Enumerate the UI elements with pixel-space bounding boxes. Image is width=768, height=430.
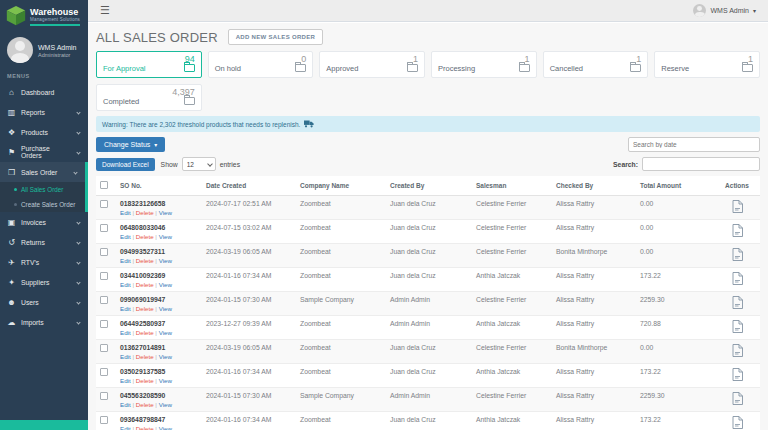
edit-link[interactable]: Edit	[120, 257, 131, 264]
edit-link[interactable]: Edit	[120, 233, 131, 240]
row-checkbox[interactable]	[100, 248, 108, 256]
edit-link[interactable]: Edit	[120, 305, 131, 312]
view-link[interactable]: View	[159, 425, 172, 430]
delete-link[interactable]: Delete	[136, 329, 154, 336]
salesman-cell: Celestine Ferrier	[472, 196, 552, 220]
col-salesman[interactable]: Salesman	[472, 176, 552, 196]
status-card-cancelled[interactable]: 1 Cancelled	[543, 51, 649, 78]
edit-link[interactable]: Edit	[120, 377, 131, 384]
sidebar-subitem-all-sales-order[interactable]: All Sales Order	[0, 182, 85, 197]
sidebar-item-users[interactable]: ☻ Users	[0, 292, 88, 312]
row-checkbox[interactable]	[100, 272, 108, 280]
chevron-down-icon	[76, 130, 80, 134]
pdf-file-icon[interactable]	[732, 368, 743, 382]
row-checkbox[interactable]	[100, 200, 108, 208]
edit-link[interactable]: Edit	[120, 329, 131, 336]
view-link[interactable]: View	[159, 353, 172, 360]
delete-link[interactable]: Delete	[136, 353, 154, 360]
row-checkbox[interactable]	[100, 344, 108, 352]
status-card-label: Reserve	[661, 64, 689, 73]
row-checkbox[interactable]	[100, 296, 108, 304]
sidebar-item-purchase-orders[interactable]: ⚑ Purchase Orders	[0, 142, 88, 162]
row-checkbox[interactable]	[100, 320, 108, 328]
status-card-reserve[interactable]: 1 Reserve	[654, 51, 760, 78]
chevron-down-icon	[76, 300, 80, 304]
delete-link[interactable]: Delete	[136, 425, 154, 430]
created-by-cell: Juan dela Cruz	[386, 220, 472, 244]
row-checkbox[interactable]	[100, 368, 108, 376]
delete-link[interactable]: Delete	[136, 305, 154, 312]
sidebar-item-suppliers[interactable]: ✦ Suppliers	[0, 272, 88, 292]
menu-toggle-icon[interactable]: ☰	[100, 5, 110, 16]
salesman-cell: Celestine Ferrier	[472, 292, 552, 316]
row-checkbox[interactable]	[100, 224, 108, 232]
sidebar-item-sales-order[interactable]: ❒ Sales Order	[0, 162, 85, 182]
edit-link[interactable]: Edit	[120, 281, 131, 288]
view-link[interactable]: View	[159, 281, 172, 288]
view-link[interactable]: View	[159, 305, 172, 312]
delete-link[interactable]: Delete	[136, 401, 154, 408]
app-logo[interactable]: Warehouse Management Solutions	[0, 0, 88, 31]
edit-link[interactable]: Edit	[120, 353, 131, 360]
salesman-cell: Celestine Ferrier	[472, 340, 552, 364]
sidebar-item-reports[interactable]: ▥ Reports	[0, 102, 88, 122]
view-link[interactable]: View	[159, 209, 172, 216]
delete-link[interactable]: Delete	[136, 257, 154, 264]
sidebar-item-invoices[interactable]: ▣ Invoices	[0, 212, 88, 232]
pdf-file-icon[interactable]	[732, 200, 743, 214]
pdf-file-icon[interactable]	[732, 272, 743, 286]
company-name-cell: Zoombeat	[296, 412, 386, 430]
view-link[interactable]: View	[159, 401, 172, 408]
view-link[interactable]: View	[159, 257, 172, 264]
salesman-cell: Celestine Ferrier	[472, 220, 552, 244]
col-checked-by[interactable]: Checked By	[552, 176, 636, 196]
col-created-by[interactable]: Created By	[386, 176, 472, 196]
delete-link[interactable]: Delete	[136, 233, 154, 240]
search-input[interactable]	[642, 157, 760, 171]
sidebar-item-returns[interactable]: ↺ Returns	[0, 232, 88, 252]
topbar-user-menu[interactable]: WMS Admin ▾	[693, 4, 756, 17]
col-total-amount[interactable]: Total Amount	[636, 176, 714, 196]
change-status-button[interactable]: Change Status ▾	[96, 137, 165, 152]
download-excel-button[interactable]: Download Excel	[96, 158, 155, 171]
view-link[interactable]: View	[159, 377, 172, 384]
col-so-no[interactable]: SO No.	[116, 176, 202, 196]
table-header-row: SO No. Date Created Company Name Created…	[96, 176, 760, 196]
sidebar-item-imports[interactable]: ☁ Imports	[0, 312, 88, 332]
add-new-sales-order-button[interactable]: ADD NEW SALES ORDER	[228, 29, 323, 45]
pdf-file-icon[interactable]	[732, 344, 743, 358]
pdf-file-icon[interactable]	[732, 392, 743, 406]
sidebar-item-products[interactable]: ❖ Products	[0, 122, 88, 142]
user-role: Administrator	[38, 52, 77, 58]
edit-link[interactable]: Edit	[120, 401, 131, 408]
table-row: 034410092369 Edit | Delete | View 2024-0…	[96, 268, 760, 292]
status-card-for-approval[interactable]: 94 For Approval	[96, 51, 202, 78]
pdf-file-icon[interactable]	[732, 224, 743, 238]
edit-link[interactable]: Edit	[120, 209, 131, 216]
status-card-approved[interactable]: 1 Approved	[319, 51, 425, 78]
pdf-file-icon[interactable]	[732, 320, 743, 334]
pdf-file-icon[interactable]	[732, 416, 743, 430]
company-name-cell: Zoombeat	[296, 244, 386, 268]
search-by-date-input[interactable]	[628, 137, 760, 152]
status-card-completed[interactable]: 4,397 Completed	[96, 84, 202, 111]
col-company-name[interactable]: Company Name	[296, 176, 386, 196]
pdf-file-icon[interactable]	[732, 248, 743, 262]
col-date-created[interactable]: Date Created	[202, 176, 296, 196]
sidebar-item-rtv-s[interactable]: ✈ RTV's	[0, 252, 88, 272]
entries-select[interactable]: 12	[182, 157, 216, 171]
delete-link[interactable]: Delete	[136, 281, 154, 288]
view-link[interactable]: View	[159, 329, 172, 336]
row-checkbox[interactable]	[100, 392, 108, 400]
sidebar-item-dashboard[interactable]: ⌂ Dashboard	[0, 82, 88, 102]
edit-link[interactable]: Edit	[120, 425, 131, 430]
sidebar-subitem-create-sales-order[interactable]: Create Sales Order	[0, 197, 85, 212]
status-card-on-hold[interactable]: 0 On hold	[208, 51, 314, 78]
pdf-file-icon[interactable]	[732, 296, 743, 310]
row-checkbox[interactable]	[100, 416, 108, 424]
view-link[interactable]: View	[159, 233, 172, 240]
delete-link[interactable]: Delete	[136, 209, 154, 216]
delete-link[interactable]: Delete	[136, 377, 154, 384]
status-card-processing[interactable]: 1 Processing	[431, 51, 537, 78]
select-all-checkbox[interactable]	[100, 181, 108, 189]
